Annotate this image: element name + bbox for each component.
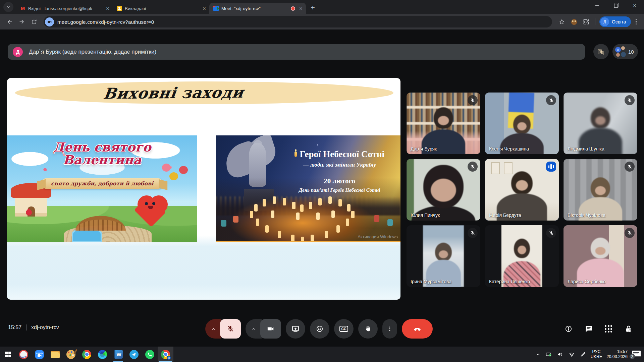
taskbar-paint[interactable] [63,347,79,362]
folder-icon [51,351,60,358]
tray-volume-button[interactable] [557,351,564,358]
chrome-icon: Л [161,350,170,359]
participant-name: Дар`я Буряк [411,146,437,152]
start-button[interactable] [0,347,16,362]
tab-close-button[interactable]: × [105,6,110,11]
extension-owl-icon[interactable] [569,17,579,27]
candle-icon [294,152,297,157]
mic-mute-button[interactable] [220,319,241,339]
battery-icon [545,351,552,358]
participant-tile[interactable]: Лариса Сергієнко [564,225,637,287]
zoom-label: zoom [36,352,43,354]
address-bar[interactable]: meet.google.com/xdj-oytn-rcv?authuser=0 [44,16,552,27]
participant-tile[interactable]: Людмила Шуліка [564,93,637,154]
notification-count-badge: 2 [629,354,635,359]
wifi-icon [568,351,575,358]
participant-tile-speaking[interactable]: Марія Бердута [485,159,559,221]
window-close-button[interactable]: × [625,0,644,11]
end-call-button[interactable] [402,319,433,339]
camera-toggle-button[interactable] [260,319,281,339]
present-button[interactable] [286,319,305,339]
taskbar-whatsapp[interactable] [142,347,158,362]
shared-presentation-tile[interactable]: Виховні заходи День святого Валентина св… [7,78,400,300]
host-controls-button[interactable] [624,324,633,333]
extensions-button[interactable] [581,17,591,27]
window-minimize-button[interactable] [588,0,606,11]
camera-control [246,319,281,339]
reload-button[interactable] [29,17,39,27]
back-button[interactable] [5,17,15,27]
tray-expand-button[interactable] [536,352,541,357]
participant-tile[interactable]: Вікторія Чурілова [564,159,637,221]
chat-button[interactable] [585,325,593,333]
captions-button[interactable]: CC [334,319,354,339]
owl-icon [571,19,577,25]
new-tab-button[interactable]: + [311,4,315,11]
edge-icon [98,350,107,359]
tab-title: Вхідні - larissa.sergienko@lispk [28,6,103,11]
forward-button[interactable] [17,17,27,27]
puzzle-icon [583,18,589,25]
taskbar-zoom[interactable]: zoom [32,347,47,362]
presenter-avatar: Д [13,47,23,57]
tab-strip: M Вхідні - larissa.sergienko@lispk × Вик… [0,0,644,14]
taskbar-chrome-profile-active[interactable]: Л [158,347,173,362]
tab-close-button[interactable]: × [299,6,303,11]
participant-figure [591,107,610,129]
windows-activation-watermark: Активация Windows [358,234,398,239]
tray-language-indicator[interactable]: РУС UKRE [591,349,602,359]
mic-options-button[interactable] [205,319,221,339]
tab-contacts[interactable]: Викладачі × [113,3,209,14]
participant-name: Юлия Пинчук [411,213,440,218]
building-crossed-icon [597,48,605,55]
presenter-banner-text: Дар`я Буряк (веде презентацію, додає при… [29,49,156,55]
activities-button[interactable] [605,325,612,333]
profile-button[interactable]: Л Освіта [599,16,631,27]
tab-close-button[interactable]: × [202,6,207,11]
tray-clock[interactable]: 15:57 20.03.2026 [606,349,628,359]
tab-recording-indicator-icon [291,6,295,11]
taskbar-chrome[interactable] [79,347,95,362]
more-options-button[interactable] [382,319,397,339]
tray-battery-button[interactable] [545,351,552,358]
participant-tile[interactable]: Дар`я Буряк [407,93,480,154]
heroes-caption: День пам'яті Героїв Небесної Сотні [282,187,397,193]
bookmark-button[interactable] [557,17,567,27]
tray-notifications-button[interactable]: 2 [632,351,641,358]
participant-figure [513,115,531,134]
participant-tile[interactable]: Ірина Мурсамітова [407,225,480,287]
participant-tile[interactable]: Ксенія Черкашина [485,93,559,154]
browser-menu-button[interactable] [633,19,640,25]
pen-icon [580,351,586,358]
tab-search-button[interactable] [3,2,13,12]
camera-permission-icon[interactable] [45,17,54,26]
window-controls: × [588,0,644,11]
chevron-down-icon [6,5,10,9]
tray-pen-button[interactable] [580,351,586,358]
camera-options-button[interactable] [246,319,262,339]
tab-gmail[interactable]: M Вхідні - larissa.sergienko@lispk × [16,3,113,14]
raise-hand-button[interactable] [358,319,378,339]
taskbar-file-explorer[interactable] [47,347,63,362]
meeting-details-button[interactable] [565,325,573,333]
companion-mode-off-button[interactable] [593,44,609,59]
valentine-title-line2: Валентина [63,153,141,167]
participant-figure [423,165,464,208]
tray-network-button[interactable] [568,351,575,358]
clock-time: 15:57 [606,349,628,354]
reactions-button[interactable] [310,319,329,339]
taskbar-telegram[interactable] [126,347,142,362]
taskbar-edge[interactable] [95,347,110,362]
taskbar-word-open[interactable]: W [110,347,126,362]
profile-name: Освіта [612,19,626,24]
participant-tile[interactable]: Катерина Ляшенко [485,225,559,287]
window-restore-button[interactable] [606,0,625,11]
participant-tile[interactable]: Юлия Пинчук [407,159,480,221]
meet-icon [213,6,219,11]
gmail-icon: M [20,6,25,11]
tab-meet-active[interactable]: Meet: "xdj-oytn-rcv" × [209,3,306,14]
screen: M Вхідні - larissa.sergienko@lispk × Вик… [0,0,644,362]
taskbar-paint-net[interactable] [16,347,32,362]
participants-button[interactable]: Л 10 [612,44,638,59]
participant-figure [514,239,530,258]
